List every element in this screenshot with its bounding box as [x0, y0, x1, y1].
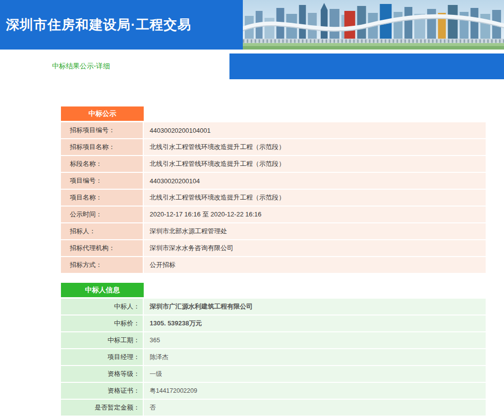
breadcrumb-label: 中标结果公示-详细 [52, 62, 110, 71]
bid-announcement-section-title: 中标公示 [61, 106, 144, 121]
table-row: 中标价： 1305. 539238万元 [61, 315, 486, 331]
row-value: 陈泽杰 [144, 349, 486, 365]
row-value: 一级 [144, 366, 486, 382]
table-row: 公示时间： 2020-12-17 16:16 至 2020-12-22 16:1… [61, 207, 486, 222]
breadcrumb-bar: 中标结果公示-详细 [0, 53, 504, 79]
page: 深圳市住房和建设局·工程交易 [0, 0, 504, 420]
table-row: 项目编号： 44030020200104 [61, 173, 486, 189]
row-label: 招标项目编号： [61, 122, 143, 138]
table-row: 中标人： 深圳市广汇源水利建筑工程有限公司 [61, 299, 486, 315]
row-value: 深圳市深水水务咨询有限公司 [144, 240, 486, 256]
row-value: 北线引水工程管线环境改造提升工程（示范段） [144, 156, 486, 172]
row-label: 资格等级： [61, 366, 143, 382]
row-label: 招标人： [61, 223, 143, 239]
row-value: 公开招标 [144, 257, 486, 273]
row-value: 粤144172002209 [144, 383, 486, 399]
table-row: 是否暂定金额： 否 [61, 400, 486, 416]
table-row: 项目名称： 北线引水工程管线环境改造提升工程（示范段） [61, 190, 486, 206]
breadcrumb-fill-bar [229, 53, 504, 79]
row-label: 项目名称： [61, 190, 143, 206]
row-value: 1305. 539238万元 [144, 315, 486, 331]
row-label: 是否暂定金额： [61, 400, 143, 416]
row-label: 招标代理机构： [61, 240, 143, 256]
row-value: 44030020200104 [144, 173, 486, 189]
row-value: 深圳市广汇源水利建筑工程有限公司 [144, 299, 486, 315]
winner-info-section-title: 中标人信息 [61, 283, 144, 297]
row-label: 中标工期： [61, 332, 143, 348]
row-value: 否 [144, 400, 486, 416]
table-row: 招标代理机构： 深圳市深水水务咨询有限公司 [61, 240, 486, 256]
row-label: 资格证书： [61, 383, 143, 399]
bid-announcement-section: 中标公示 招标项目编号： 44030020200104001 招标项目名称： 北… [61, 106, 486, 273]
table-row: 招标人： 深圳市北部水源工程管理处 [61, 223, 486, 239]
table-row: 项目经理： 陈泽杰 [61, 349, 486, 365]
table-row: 资格等级： 一级 [61, 366, 486, 382]
winner-info-table: 中标人： 深圳市广汇源水利建筑工程有限公司 中标价： 1305. 539238万… [61, 299, 486, 416]
row-value: 北线引水工程管线环境改造提升工程（示范段） [144, 190, 486, 206]
row-label: 招标方式： [61, 257, 143, 273]
row-label: 中标价： [61, 315, 143, 331]
table-row: 招标方式： 公开招标 [61, 257, 486, 273]
table-row: 资格证书： 粤144172002209 [61, 383, 486, 399]
row-label: 项目编号： [61, 173, 143, 189]
row-value: 北线引水工程管线环境改造提升工程（示范段） [144, 139, 486, 155]
row-label: 招标项目名称： [61, 139, 143, 155]
table-row: 招标项目编号： 44030020200104001 [61, 122, 486, 138]
row-value: 365 [144, 332, 486, 348]
site-title: 深圳市住房和建设局·工程交易 [0, 0, 504, 34]
row-value: 2020-12-17 16:16 至 2020-12-22 16:16 [144, 207, 486, 222]
winner-info-section: 中标人信息 中标人： 深圳市广汇源水利建筑工程有限公司 中标价： 1305. 5… [61, 283, 486, 416]
table-row: 中标工期： 365 [61, 332, 486, 348]
row-label: 中标人： [61, 299, 143, 315]
row-label: 公示时间： [61, 207, 143, 222]
breadcrumb: 中标结果公示-详细 [0, 53, 229, 79]
table-row: 招标项目名称： 北线引水工程管线环境改造提升工程（示范段） [61, 139, 486, 155]
table-row: 标段名称： 北线引水工程管线环境改造提升工程（示范段） [61, 156, 486, 172]
page-header: 深圳市住房和建设局·工程交易 [0, 0, 504, 50]
row-label: 标段名称： [61, 156, 143, 172]
row-value: 深圳市北部水源工程管理处 [144, 223, 486, 239]
row-label: 项目经理： [61, 349, 143, 365]
main-content: 中标公示 招标项目编号： 44030020200104001 招标项目名称： 北… [0, 79, 504, 420]
bid-announcement-table: 招标项目编号： 44030020200104001 招标项目名称： 北线引水工程… [61, 122, 486, 273]
row-value: 44030020200104001 [144, 122, 486, 138]
